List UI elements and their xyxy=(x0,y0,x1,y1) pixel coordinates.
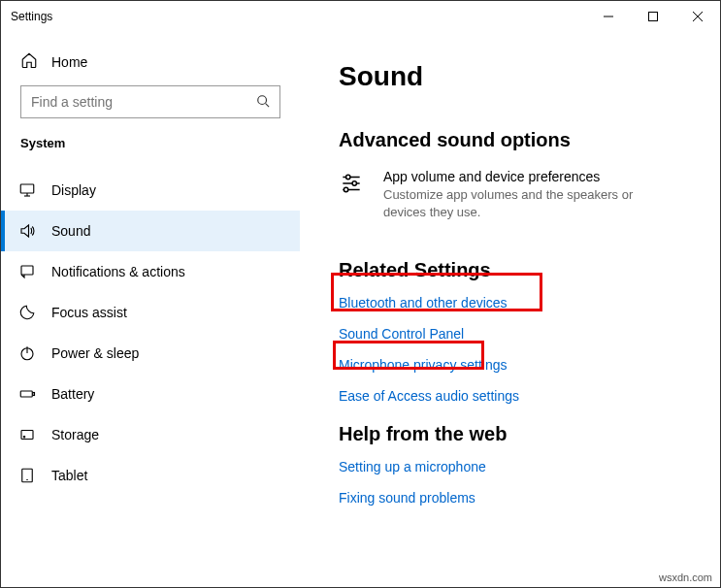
search-container xyxy=(1,85,300,136)
app-volume-desc: Customize app volumes and the speakers o… xyxy=(383,186,674,220)
sidebar-item-label: Storage xyxy=(51,427,99,442)
sidebar-heading: System xyxy=(1,136,300,170)
home-icon xyxy=(20,51,38,72)
battery-icon xyxy=(18,385,36,403)
sidebar-item-label: Sound xyxy=(51,223,90,239)
minimize-button[interactable] xyxy=(586,1,631,32)
home-label: Home xyxy=(51,54,87,70)
svg-point-21 xyxy=(352,181,356,185)
advanced-heading: Advanced sound options xyxy=(339,129,701,151)
svg-line-5 xyxy=(266,103,270,107)
titlebar: Settings xyxy=(1,1,720,32)
search-icon xyxy=(256,94,270,111)
link-mic-privacy[interactable]: Microphone privacy settings xyxy=(339,357,508,373)
svg-rect-6 xyxy=(20,184,34,193)
search-field[interactable] xyxy=(31,94,256,110)
link-bluetooth[interactable]: Bluetooth and other devices xyxy=(339,295,508,310)
sidebar-item-label: Tablet xyxy=(51,468,87,483)
help-heading: Help from the web xyxy=(339,423,701,445)
sidebar-item-storage[interactable]: Storage xyxy=(1,414,300,455)
sidebar-item-label: Notifications & actions xyxy=(51,264,185,279)
content-pane: Sound Advanced sound options App volume … xyxy=(300,32,720,587)
link-setup-mic[interactable]: Setting up a microphone xyxy=(339,459,486,474)
svg-point-15 xyxy=(23,437,25,439)
sidebar-item-label: Battery xyxy=(51,386,94,402)
storage-icon xyxy=(18,426,36,443)
sidebar-item-power[interactable]: Power & sleep xyxy=(1,333,300,374)
sidebar-item-tablet[interactable]: Tablet xyxy=(1,455,300,496)
close-button[interactable] xyxy=(675,1,720,32)
maximize-button[interactable] xyxy=(631,1,675,32)
sidebar-item-sound[interactable]: Sound xyxy=(1,211,300,251)
focus-icon xyxy=(18,304,36,321)
sidebar-item-label: Power & sleep xyxy=(51,345,139,361)
window-controls xyxy=(586,1,720,32)
sidebar-item-label: Display xyxy=(51,182,96,198)
link-fix-sound[interactable]: Fixing sound problems xyxy=(339,490,475,506)
notifications-icon xyxy=(18,263,36,280)
tablet-icon xyxy=(18,467,36,484)
sound-icon xyxy=(18,222,36,240)
display-icon xyxy=(18,181,36,199)
sidebar: Home System Display Sound Notifications … xyxy=(1,32,300,587)
related-heading: Related Settings xyxy=(339,259,491,281)
svg-rect-9 xyxy=(21,266,33,275)
sidebar-item-display[interactable]: Display xyxy=(1,170,300,211)
search-input[interactable] xyxy=(20,85,280,118)
app-volume-row[interactable]: App volume and device preferences Custom… xyxy=(339,169,701,220)
page-title: Sound xyxy=(339,61,701,92)
watermark: wsxdn.com xyxy=(659,572,712,583)
svg-point-19 xyxy=(346,175,350,179)
svg-point-23 xyxy=(344,187,347,191)
link-sound-control-panel[interactable]: Sound Control Panel xyxy=(339,326,464,342)
sidebar-item-battery[interactable]: Battery xyxy=(1,374,300,414)
window-title: Settings xyxy=(11,10,52,23)
svg-rect-1 xyxy=(649,13,658,21)
svg-rect-12 xyxy=(20,391,32,397)
sidebar-item-focus[interactable]: Focus assist xyxy=(1,292,300,333)
sidebar-item-notifications[interactable]: Notifications & actions xyxy=(1,251,300,292)
svg-point-4 xyxy=(258,95,267,104)
sliders-icon xyxy=(339,171,366,220)
power-icon xyxy=(18,344,36,362)
link-ease-audio[interactable]: Ease of Access audio settings xyxy=(339,388,519,404)
app-volume-title: App volume and device preferences xyxy=(383,169,674,184)
svg-rect-13 xyxy=(33,393,35,396)
svg-rect-14 xyxy=(21,431,33,440)
home-link[interactable]: Home xyxy=(1,44,300,85)
sidebar-item-label: Focus assist xyxy=(51,305,127,320)
